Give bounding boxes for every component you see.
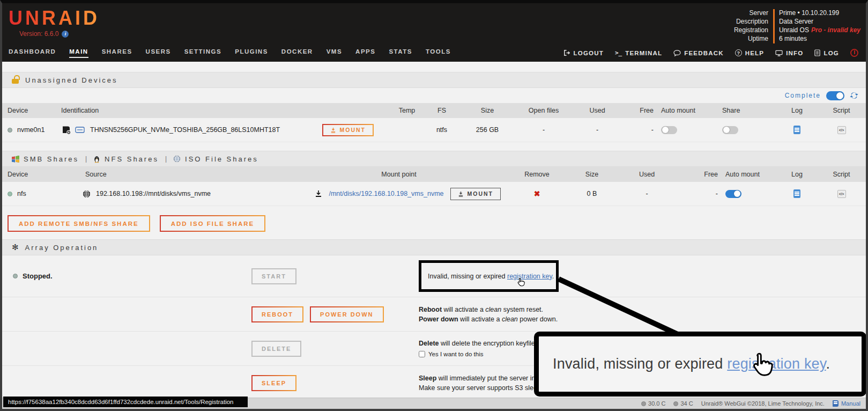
device-serial-icon — [75, 126, 85, 134]
device-script-icon[interactable]: </> — [837, 126, 846, 134]
windows-icon — [12, 156, 19, 163]
nav-settings[interactable]: SETTINGS — [184, 48, 222, 58]
device-fs: ntfs — [423, 126, 461, 134]
server-label: Server — [734, 9, 768, 17]
version-info-icon[interactable]: i — [62, 31, 69, 38]
nav-main[interactable]: MAIN — [69, 48, 88, 58]
temp-dot-icon-2 — [673, 401, 678, 406]
log-button[interactable]: LOG — [814, 49, 839, 56]
tab-smb-shares[interactable]: SMB Shares — [12, 155, 79, 163]
nav-shares[interactable]: SHARES — [102, 48, 132, 58]
invalid-key-flag: Pro - invalid key — [811, 26, 860, 34]
col-device: Device — [8, 107, 61, 114]
add-remote-share-button[interactable]: ADD REMOTE SMB/NFS SHARE — [8, 215, 150, 232]
mount-share-button[interactable]: MOUNT — [450, 188, 501, 200]
unlock-icon — [12, 79, 19, 84]
tab-iso-file-shares[interactable]: ISO File Shares — [173, 155, 258, 163]
device-auto-mount-toggle[interactable] — [661, 126, 677, 134]
device-status-dot — [8, 128, 12, 133]
manual-link[interactable]: Manual — [833, 400, 860, 407]
main-navbar: DASHBOARD MAIN SHARES USERS SETTINGS PLU… — [2, 44, 866, 62]
col-size: Size — [461, 107, 514, 114]
temp-reading-1: 30.0 C — [641, 400, 665, 407]
device-name[interactable]: nvme0n1 — [17, 126, 44, 134]
feedback-button[interactable]: FEEDBACK — [673, 50, 724, 56]
share-source[interactable]: 192.168.10.198://mnt/disks/vms_nvme — [96, 190, 211, 197]
array-reboot-row: REBOOT POWER DOWN Reboot will activate a… — [2, 297, 866, 331]
tab-nfs-shares[interactable]: NFS Shares — [93, 155, 159, 163]
delete-confirm-checkbox[interactable] — [419, 351, 425, 357]
share-auto-mount-toggle[interactable] — [725, 190, 741, 198]
callout-text: Invalid, missing or expired registration… — [553, 356, 830, 372]
registration-label: Registration — [734, 26, 768, 34]
power-down-button[interactable]: POWER DOWN — [310, 306, 383, 322]
unassigned-devices-table-header: Device Identification Temp FS Size Open … — [2, 103, 866, 118]
registration-key-link[interactable]: registration key — [507, 273, 552, 280]
logout-icon — [563, 49, 570, 56]
nav-plugins[interactable]: PLUGINS — [235, 48, 268, 58]
terminal-button[interactable]: >_ TERMINAL — [615, 49, 662, 56]
nav-users[interactable]: USERS — [146, 48, 171, 58]
info-divider — [773, 9, 775, 43]
col2-used: Used — [621, 171, 672, 178]
shares-section-header: SMB Shares | NFS Shares | ISO File Share… — [2, 151, 866, 167]
add-iso-share-button[interactable]: ADD ISO FILE SHARE — [160, 215, 265, 232]
tab-separator: | — [85, 155, 87, 163]
refresh-icon[interactable] — [850, 91, 858, 100]
nav-dashboard[interactable]: DASHBOARD — [9, 48, 56, 58]
col2-device: Device — [8, 171, 61, 178]
book-icon — [833, 400, 839, 407]
hdd-add-icon[interactable] — [61, 126, 71, 135]
complete-toggle-label[interactable]: Complete — [785, 92, 821, 99]
help-button[interactable]: ? HELP — [735, 49, 764, 56]
logout-button[interactable]: LOGOUT — [563, 49, 604, 56]
device-open-files: - — [514, 126, 573, 134]
array-icon: ✻ — [12, 243, 19, 252]
col-free: Free — [621, 107, 654, 114]
delete-button[interactable]: DELETE — [251, 341, 301, 357]
reboot-button[interactable]: REBOOT — [251, 306, 303, 322]
sleep-button[interactable]: SLEEP — [251, 375, 296, 391]
callout-registration-key-link[interactable]: registration key — [727, 356, 826, 372]
col-identification: Identification — [61, 107, 391, 114]
remove-share-button[interactable]: ✖ — [534, 189, 540, 198]
uptime-label: Uptime — [734, 34, 768, 43]
alert-power-icon[interactable] — [850, 49, 858, 57]
col2-free: Free — [672, 171, 718, 178]
col2-auto-mount: Auto mount — [718, 171, 771, 178]
terminal-icon: >_ — [615, 49, 622, 56]
col2-remove: Remove — [511, 171, 562, 178]
array-start-row: Stopped. START Invalid, missing or expir… — [2, 255, 866, 297]
nav-tools[interactable]: TOOLS — [426, 48, 451, 58]
start-button[interactable]: START — [251, 268, 296, 284]
help-icon: ? — [735, 49, 742, 56]
col2-mount-point: Mount point — [286, 171, 511, 178]
device-share-toggle[interactable] — [722, 126, 738, 134]
copyright-text: Unraid® WebGui ©2018, Lime Technology, I… — [701, 400, 825, 407]
tab-separator-2: | — [165, 155, 167, 163]
complete-toggle[interactable] — [826, 91, 844, 100]
nav-apps[interactable]: APPS — [355, 48, 375, 58]
registration-notice-box: Invalid, missing or expired registration… — [419, 260, 559, 292]
share-log-icon[interactable] — [793, 189, 800, 198]
nav-docker[interactable]: DOCKER — [281, 48, 313, 58]
col2-log: Log — [771, 171, 822, 178]
browser-window: UNRAID Version: 6.6.0 i Server Descripti… — [0, 0, 868, 411]
mount-device-button[interactable]: MOUNT — [322, 124, 374, 136]
share-used: - — [621, 190, 672, 197]
info-button[interactable]: INFO — [775, 50, 803, 56]
status-bar-url: https://f75638aa12fb340c8dcdd63d6f1ffd73… — [3, 397, 248, 407]
array-status: Stopped. — [23, 272, 53, 280]
mount-point-link[interactable]: /mnt/disks/192.168.10.198_vms_nvme — [329, 190, 443, 197]
nav-stats[interactable]: STATS — [389, 48, 412, 58]
device-used: - — [573, 126, 621, 134]
share-device-name[interactable]: nfs — [17, 190, 26, 197]
temp-reading-2: 34 C — [673, 400, 693, 407]
device-log-icon[interactable] — [793, 126, 800, 134]
device-identification[interactable]: THNSN5256GPUK_NVMe_TOSHIBA_256GB_86LS10M… — [90, 126, 280, 134]
reboot-description: Reboot will activate a clean system rese… — [419, 305, 860, 314]
nav-vms[interactable]: VMS — [327, 48, 342, 58]
share-script-icon[interactable]: </> — [837, 190, 846, 198]
server-info-panel: Server Description Registration Uptime P… — [734, 9, 860, 44]
col2-size: Size — [562, 171, 621, 178]
